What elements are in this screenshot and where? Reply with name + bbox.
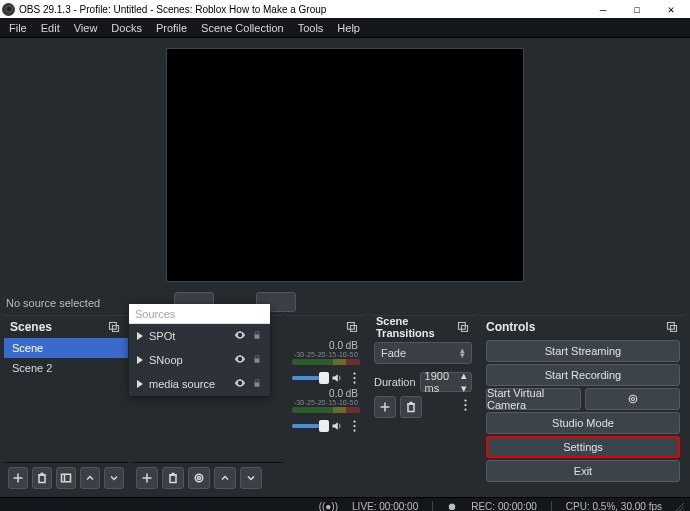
menu-file[interactable]: File: [2, 22, 34, 34]
source-item[interactable]: media source: [129, 372, 270, 396]
menu-profile[interactable]: Profile: [149, 22, 194, 34]
menu-help[interactable]: Help: [330, 22, 367, 34]
duration-label: Duration: [374, 376, 416, 388]
duration-value: 1900 ms: [425, 370, 461, 394]
menubar: File Edit View Docks Profile Scene Colle…: [0, 18, 690, 38]
exit-button[interactable]: Exit: [486, 460, 680, 482]
svg-rect-22: [255, 334, 260, 338]
transitions-dock: Scene Transitions Fade ▴▾ Duration 1900 …: [370, 315, 476, 493]
close-button[interactable]: ✕: [654, 3, 688, 16]
controls-popout-icon[interactable]: [664, 319, 680, 335]
add-transition-button[interactable]: [374, 396, 396, 418]
transition-more-button[interactable]: [458, 396, 472, 414]
svg-point-16: [464, 399, 466, 401]
virtual-camera-settings-button[interactable]: [585, 388, 680, 410]
scenes-popout-icon[interactable]: [106, 319, 122, 335]
preview-canvas[interactable]: [166, 48, 524, 282]
eye-icon[interactable]: [234, 377, 246, 391]
chevron-updown-icon: ▴▾: [461, 369, 467, 395]
svg-point-10: [353, 381, 355, 383]
svg-rect-3: [62, 474, 71, 482]
mixer-db-value: 0.0 dB: [329, 388, 358, 399]
add-scene-button[interactable]: [8, 467, 28, 489]
play-icon: [137, 356, 143, 364]
mixer-volume-slider[interactable]: [292, 424, 326, 428]
eye-icon[interactable]: [234, 353, 246, 367]
sources-search-placeholder: Sources: [135, 308, 175, 320]
app-icon: [2, 3, 15, 16]
remove-transition-button[interactable]: [400, 396, 422, 418]
menu-scene-collection[interactable]: Scene Collection: [194, 22, 291, 34]
speaker-icon[interactable]: [330, 370, 344, 386]
status-rec-icon: ⏺: [447, 501, 457, 512]
eye-icon[interactable]: [234, 329, 246, 343]
window-titlebar: OBS 29.1.3 - Profile: Untitled - Scenes:…: [0, 0, 690, 18]
start-recording-button[interactable]: Start Recording: [486, 364, 680, 386]
transitions-popout-icon[interactable]: [456, 319, 470, 335]
source-label: SNoop: [149, 354, 228, 366]
status-rec: REC: 00:00:00: [471, 501, 537, 512]
start-streaming-button[interactable]: Start Streaming: [486, 340, 680, 362]
svg-point-18: [464, 408, 466, 410]
svg-point-11: [353, 420, 355, 422]
source-properties-button[interactable]: [188, 467, 210, 489]
scene-item[interactable]: Scene 2: [4, 358, 128, 378]
add-source-button[interactable]: [136, 467, 158, 489]
maximize-button[interactable]: ☐: [620, 3, 654, 16]
scene-up-button[interactable]: [80, 467, 100, 489]
scenes-title: Scenes: [10, 320, 52, 334]
mixer-meter: [292, 407, 360, 413]
svg-point-8: [353, 372, 355, 374]
duration-input[interactable]: 1900 ms ▴▾: [420, 372, 472, 392]
remove-scene-button[interactable]: [32, 467, 52, 489]
mixer-db-value: 0.0 dB: [329, 340, 358, 351]
scene-filter-button[interactable]: [56, 467, 76, 489]
no-source-bar: No source selected: [0, 291, 690, 315]
menu-edit[interactable]: Edit: [34, 22, 67, 34]
svg-point-17: [464, 404, 466, 406]
source-item[interactable]: SPOt: [129, 324, 270, 348]
sources-popup: Sources SPOt SNoop media source: [129, 304, 270, 396]
window-title: OBS 29.1.3 - Profile: Untitled - Scenes:…: [19, 4, 326, 15]
scene-down-button[interactable]: [104, 467, 124, 489]
mixer-track: 0.0 dB -30-25-20-15-10-50: [286, 338, 366, 386]
mixer-popout-icon[interactable]: [344, 319, 360, 335]
speaker-icon[interactable]: [330, 418, 344, 434]
status-cpu: CPU: 0.5%, 30.00 fps: [566, 501, 662, 512]
studio-mode-button[interactable]: Studio Mode: [486, 412, 680, 434]
menu-view[interactable]: View: [67, 22, 105, 34]
status-live: LIVE: 00:00:00: [352, 501, 418, 512]
transition-select[interactable]: Fade ▴▾: [374, 342, 472, 364]
svg-point-21: [631, 398, 634, 401]
lock-icon[interactable]: [252, 378, 262, 390]
mixer-more-button[interactable]: [348, 417, 360, 435]
mixer-more-button[interactable]: [348, 369, 360, 387]
source-label: media source: [149, 378, 228, 390]
controls-dock: Controls Start Streaming Start Recording…: [480, 315, 686, 493]
settings-button[interactable]: Settings: [486, 436, 680, 458]
lock-icon[interactable]: [252, 330, 262, 342]
sources-search-input[interactable]: Sources: [129, 304, 270, 324]
minimize-button[interactable]: —: [586, 3, 620, 16]
source-up-button[interactable]: [214, 467, 236, 489]
svg-rect-15: [408, 404, 414, 412]
source-down-button[interactable]: [240, 467, 262, 489]
menu-docks[interactable]: Docks: [104, 22, 149, 34]
mixer-scale: -30-25-20-15-10-50: [292, 399, 360, 405]
source-item[interactable]: SNoop: [129, 348, 270, 372]
resize-grip-icon[interactable]: [676, 502, 684, 510]
mixer-meter: [292, 359, 360, 365]
controls-title: Controls: [486, 320, 535, 334]
menu-tools[interactable]: Tools: [291, 22, 331, 34]
mixer-volume-slider[interactable]: [292, 376, 326, 380]
transitions-title: Scene Transitions: [376, 315, 456, 339]
broadcast-icon: ((●)): [319, 501, 338, 512]
mixer-scale: -30-25-20-15-10-50: [292, 351, 360, 357]
lock-icon[interactable]: [252, 354, 262, 366]
remove-source-button[interactable]: [162, 467, 184, 489]
chevron-updown-icon: ▴▾: [460, 348, 465, 358]
statusbar: ((●)) LIVE: 00:00:00 ⏺ REC: 00:00:00 CPU…: [0, 497, 690, 511]
start-virtual-camera-button[interactable]: Start Virtual Camera: [486, 388, 581, 410]
svg-point-20: [629, 395, 637, 403]
scene-item[interactable]: Scene: [4, 338, 128, 358]
